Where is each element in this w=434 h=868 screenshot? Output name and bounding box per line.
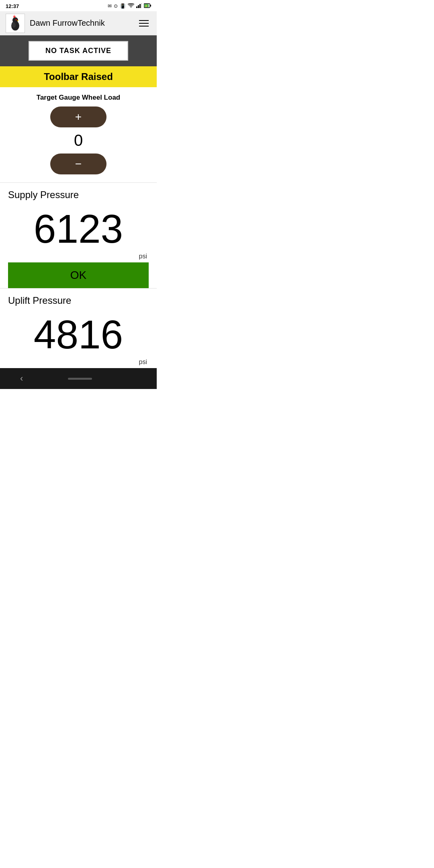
- gauge-value: 0: [74, 131, 83, 149]
- app-header: Dawn FurrowTechnik: [0, 11, 157, 35]
- supply-pressure-ok-button[interactable]: OK: [8, 262, 149, 288]
- circle-icon: ⊙: [114, 3, 118, 9]
- increase-gauge-button[interactable]: +: [50, 106, 106, 127]
- app-title: Dawn FurrowTechnik: [30, 18, 137, 28]
- svg-rect-6: [150, 4, 151, 6]
- uplift-pressure-section: Uplift Pressure 4816 psi: [0, 289, 157, 368]
- no-task-button[interactable]: NO TASK ACTIVE: [29, 41, 128, 61]
- status-bar: 12:37 ✉ ⊙ 📳 ⚡: [0, 0, 157, 11]
- toolbar-status-bar: Toolbar Raised: [0, 66, 157, 87]
- home-indicator[interactable]: [68, 378, 92, 380]
- menu-line-2: [139, 23, 149, 24]
- uplift-pressure-unit-row: psi: [8, 358, 149, 368]
- vibrate-icon: 📳: [120, 3, 126, 9]
- no-task-banner: NO TASK ACTIVE: [0, 35, 157, 66]
- wifi-icon: [128, 3, 134, 9]
- svg-rect-3: [141, 3, 142, 8]
- svg-point-11: [16, 19, 17, 20]
- svg-rect-2: [139, 4, 141, 8]
- menu-line-1: [139, 20, 149, 21]
- app-logo: [6, 14, 25, 33]
- supply-pressure-value-container: 6123: [8, 201, 149, 253]
- gmail-icon: ✉: [108, 3, 112, 9]
- supply-pressure-section: Supply Pressure 6123 psi OK: [0, 183, 157, 289]
- navigation-bar: ‹: [0, 368, 157, 389]
- toolbar-status-text: Toolbar Raised: [44, 71, 113, 82]
- minus-icon: −: [75, 158, 82, 170]
- decrease-gauge-button[interactable]: −: [50, 154, 106, 174]
- supply-pressure-unit-row: psi: [8, 253, 149, 262]
- svg-rect-0: [136, 6, 137, 8]
- battery-icon: ⚡: [144, 3, 151, 9]
- supply-pressure-value: 6123: [34, 209, 123, 249]
- uplift-pressure-value-container: 4816: [8, 306, 149, 358]
- menu-line-3: [139, 26, 149, 27]
- svg-rect-1: [138, 5, 139, 8]
- hamburger-menu-button[interactable]: [137, 18, 151, 29]
- svg-point-10: [12, 17, 18, 23]
- target-gauge-label: Target Gauge Wheel Load: [37, 94, 120, 102]
- uplift-pressure-value: 4816: [34, 314, 123, 354]
- target-gauge-section: Target Gauge Wheel Load + 0 −: [0, 87, 157, 183]
- signal-icon: [136, 3, 142, 9]
- uplift-pressure-label: Uplift Pressure: [8, 295, 71, 306]
- uplift-pressure-unit: psi: [139, 358, 147, 366]
- back-button[interactable]: ‹: [20, 373, 23, 384]
- supply-pressure-label: Supply Pressure: [8, 189, 79, 200]
- plus-icon: +: [75, 111, 82, 123]
- status-icons: ✉ ⊙ 📳 ⚡: [108, 3, 151, 9]
- svg-text:⚡: ⚡: [145, 4, 148, 8]
- status-time: 12:37: [6, 3, 19, 9]
- supply-pressure-unit: psi: [139, 253, 147, 260]
